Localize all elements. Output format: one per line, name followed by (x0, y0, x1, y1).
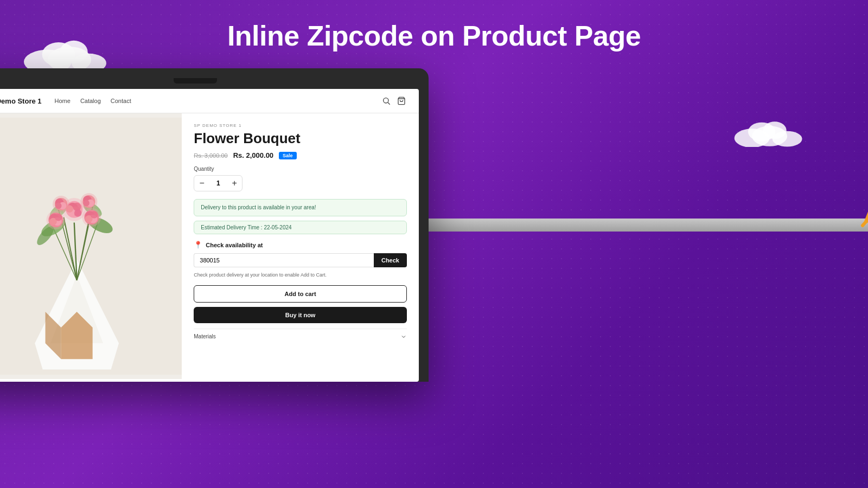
buy-now-button[interactable]: Buy it now (194, 307, 407, 323)
laptop-container: Check Availability SP Demo Store 1 H (0, 68, 868, 382)
price-original: Rs. 3,000.00 (194, 152, 227, 159)
nav-icons (382, 97, 406, 105)
svg-point-56 (83, 200, 90, 207)
page-title: Inline Zipcode on Product Page (227, 20, 641, 52)
quantity-label: Quantity (194, 166, 407, 172)
cart-icon[interactable] (397, 97, 406, 105)
nav-catalog[interactable]: Catalog (80, 98, 101, 104)
svg-point-4 (60, 41, 87, 63)
laptop-body: SP Demo Store 1 Home Catalog Contact (0, 68, 429, 382)
product-image-area (0, 113, 182, 379)
svg-point-51 (55, 203, 62, 209)
nav-home[interactable]: Home (55, 98, 71, 104)
quantity-control: − 1 + (194, 175, 242, 191)
chevron-down-icon (400, 333, 407, 340)
arrow-icon (852, 182, 868, 236)
quantity-increase-button[interactable]: + (227, 176, 242, 191)
check-helper-text: Check product delivery at your location … (194, 272, 407, 279)
sale-badge: Sale (279, 152, 297, 159)
add-to-cart-button[interactable]: Add to cart (194, 285, 407, 303)
laptop-notch (174, 78, 217, 84)
store-name: SP Demo Store 1 (0, 97, 42, 105)
price-sale: Rs. 2,000.00 (233, 151, 273, 159)
delivery-time-box: Estimated Delivery Time : 22-05-2024 (194, 221, 407, 234)
nav-links: Home Catalog Contact (55, 98, 382, 104)
pin-icon: 📍 (194, 241, 202, 249)
price-row: Rs. 3,000.00 Rs. 2,000.00 Sale (194, 151, 407, 159)
svg-point-11 (384, 98, 388, 103)
product-title: Flower Bouquet (194, 130, 407, 147)
delivery-available-box: Delivery to this product is available in… (194, 199, 407, 216)
store-nav: SP Demo Store 1 Home Catalog Contact (0, 89, 419, 113)
laptop-screen: SP Demo Store 1 Home Catalog Contact (0, 89, 419, 382)
search-icon[interactable] (382, 97, 391, 105)
zipcode-input[interactable] (194, 253, 374, 267)
cloud-left-icon (22, 38, 108, 73)
product-brand: SP DEMO STORE 1 (194, 123, 407, 128)
check-availability-title: 📍 Check availability at (194, 241, 407, 249)
check-button[interactable]: Check (374, 253, 407, 267)
svg-point-34 (74, 209, 82, 217)
materials-label: Materials (194, 333, 216, 339)
svg-line-12 (388, 102, 390, 105)
svg-point-46 (91, 211, 98, 219)
nav-contact[interactable]: Contact (111, 98, 131, 104)
product-info-panel: SP DEMO STORE 1 Flower Bouquet Rs. 3,000… (182, 113, 419, 379)
materials-row[interactable]: Materials (194, 329, 407, 340)
quantity-decrease-button[interactable]: − (194, 176, 209, 191)
check-availability-section: 📍 Check availability at Check Check prod… (194, 241, 407, 279)
laptop-base (418, 219, 868, 232)
svg-point-40 (55, 214, 62, 221)
zipcode-row: Check (194, 253, 407, 267)
product-flower-image (0, 113, 182, 379)
quantity-value: 1 (209, 179, 227, 187)
product-layout: SP DEMO STORE 1 Flower Bouquet Rs. 3,000… (0, 113, 419, 379)
